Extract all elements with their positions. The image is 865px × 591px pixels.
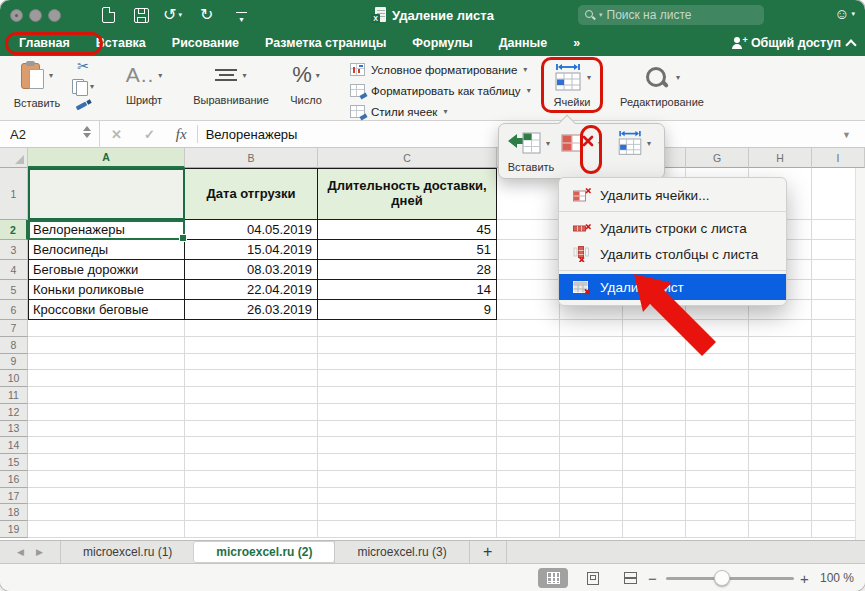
cell[interactable] [497,280,560,300]
cell[interactable] [318,404,497,421]
cell[interactable] [686,404,749,421]
cell[interactable] [623,437,686,454]
cell[interactable]: Велосипеды [28,240,185,260]
window-close-button[interactable] [10,9,23,22]
search-input[interactable]: ▾ Поиск на листе [578,5,764,25]
cell[interactable] [623,421,686,438]
cell[interactable] [185,454,318,471]
cell[interactable]: Дата отгрузки [185,168,318,220]
format-cells-button[interactable]: ▾ [616,130,651,157]
cell[interactable]: Велоренажеры [28,220,185,240]
cell[interactable] [185,521,318,538]
cell[interactable] [749,387,812,404]
cell[interactable]: 04.05.2019 [185,220,318,240]
zoom-level[interactable]: 100 % [820,564,854,591]
cell[interactable] [497,240,560,260]
select-all-corner[interactable] [0,148,28,168]
cell[interactable] [623,521,686,538]
cell[interactable] [318,421,497,438]
vertical-scrollbar[interactable] [855,168,865,540]
number-group-button[interactable]: % ▾ Число [280,56,332,120]
col-header-H[interactable]: H [749,148,812,168]
cell[interactable]: Кроссовки беговые [28,300,185,320]
tab-formulas[interactable]: Формулы [399,36,485,50]
cell[interactable] [686,354,749,371]
cell[interactable]: 51 [318,240,497,260]
cell[interactable] [497,337,560,354]
cell[interactable] [749,320,812,337]
cell[interactable] [185,387,318,404]
font-group-button[interactable]: А.. ▾ Шрифт [112,56,176,120]
row-header-8[interactable]: 8 [0,337,28,354]
cell[interactable] [497,488,560,505]
cell[interactable] [497,300,560,320]
menu-item-delete-rows[interactable]: Удалить строки с листа [559,215,786,241]
cell[interactable] [185,471,318,488]
cell[interactable] [185,337,318,354]
cell[interactable] [497,521,560,538]
cell[interactable] [686,454,749,471]
cell-styles-button[interactable]: Стили ячеек ▾ [350,101,566,122]
cell[interactable] [749,521,812,538]
sheet-tab-2-active[interactable]: microexcel.ru (2) [193,541,335,563]
cell[interactable] [318,488,497,505]
cell[interactable] [623,454,686,471]
cell[interactable] [318,521,497,538]
cell[interactable] [686,521,749,538]
redo-button[interactable]: ↻ [200,5,213,25]
cell[interactable] [28,387,185,404]
cell[interactable] [686,471,749,488]
cell[interactable] [185,488,318,505]
cell[interactable] [749,421,812,438]
cell[interactable] [497,471,560,488]
name-box-spinner[interactable] [83,126,91,138]
cell[interactable] [560,471,623,488]
cell[interactable] [560,370,623,387]
cell[interactable] [623,354,686,371]
sheet-tab-1[interactable]: microexcel.ru (1) [60,541,194,563]
cell[interactable] [28,437,185,454]
cell[interactable] [28,354,185,371]
tab-overflow[interactable]: » [560,36,593,50]
cell[interactable] [28,320,185,337]
cell[interactable] [749,404,812,421]
page-layout-view-button[interactable] [578,568,608,588]
cell[interactable] [185,370,318,387]
normal-view-button[interactable] [538,568,568,588]
row-header-19[interactable]: 19 [0,521,28,538]
cell[interactable] [318,320,497,337]
cell[interactable] [28,404,185,421]
copy-button[interactable]: ▾ [66,76,100,96]
cell[interactable] [185,320,318,337]
row-header-5[interactable]: 5 [0,280,28,300]
cut-button[interactable]: ✂ [66,56,100,76]
cell[interactable] [560,421,623,438]
cell[interactable] [185,421,318,438]
insert-cells-button[interactable]: ▾ [507,130,550,156]
new-file-button[interactable] [102,5,115,25]
cell[interactable] [185,404,318,421]
col-header-I[interactable]: I [812,148,865,168]
cell[interactable] [185,437,318,454]
save-button[interactable] [134,5,149,25]
cell[interactable] [497,437,560,454]
row-header-4[interactable]: 4 [0,260,28,280]
tab-page-layout[interactable]: Разметка страницы [252,36,399,50]
cell[interactable] [318,370,497,387]
cell[interactable] [497,370,560,387]
paste-button[interactable]: ▾ Вставить [8,56,66,120]
cell[interactable] [686,370,749,387]
row-header-16[interactable]: 16 [0,471,28,488]
cell[interactable] [560,504,623,521]
cell[interactable] [749,337,812,354]
cell[interactable] [28,471,185,488]
cell[interactable] [686,421,749,438]
cell[interactable] [623,471,686,488]
cell[interactable]: 08.03.2019 [185,260,318,280]
cell[interactable] [749,488,812,505]
formula-input[interactable]: Велоренажеры [198,127,298,142]
tab-home[interactable]: Главная [6,36,83,50]
zoom-slider-track[interactable] [666,577,794,580]
cell[interactable] [497,387,560,404]
cell[interactable]: 22.04.2019 [185,280,318,300]
